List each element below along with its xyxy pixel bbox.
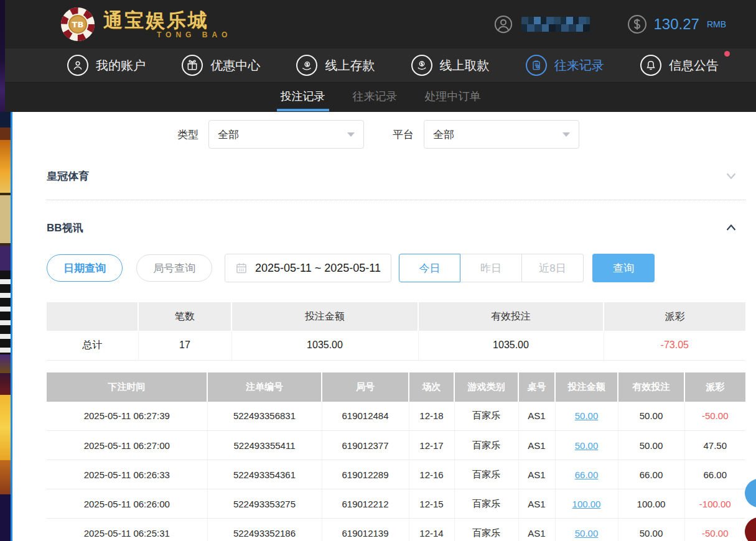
last-8-days-button[interactable]: 近8日 (522, 254, 584, 282)
payout-cell: 66.00 (684, 460, 745, 489)
session-cell: 12-14 (409, 519, 454, 541)
main-content: 类型 全部 平台 全部 皇冠体育 BB视讯 日期查询 局号查询 (12, 120, 756, 541)
bet-time-cell: 2025-05-11 06:26:00 (47, 489, 207, 519)
chevron-up-icon (724, 221, 738, 234)
nav-item-records[interactable]: 往来记录 (526, 55, 604, 76)
username-redacted (521, 17, 590, 32)
bet-time-cell: 2025-05-11 06:25:31 (47, 519, 207, 541)
type-select[interactable]: 全部 (208, 120, 364, 149)
date-query-button[interactable]: 日期查询 (47, 254, 123, 282)
balance-amount: 130.27 (653, 16, 699, 33)
nav-item-promotions[interactable]: 优惠中心 (182, 55, 260, 76)
tab-transaction-records[interactable]: 往来记录 (353, 89, 398, 109)
summary-count: 17 (138, 331, 231, 360)
col-game-type: 游戏类别 (454, 372, 518, 402)
summary-total-row: 总计 17 1035.00 1035.00 -73.05 (47, 331, 745, 360)
user-icon (494, 15, 513, 34)
round-id-cell: 619012377 (322, 431, 409, 460)
nav-label: 线上存款 (325, 57, 375, 74)
query-controls: 日期查询 局号查询 2025-05-11 ~ 2025-05-11 今日 昨日 … (47, 254, 745, 282)
valid-bet-cell: 66.00 (618, 460, 684, 489)
bet-id-cell: 522493356831 (207, 402, 322, 431)
bet-amount-cell: 50.00 (555, 431, 618, 460)
valid-bet-cell: 50.00 (618, 519, 684, 541)
round-id-cell: 619012139 (322, 519, 409, 541)
dollar-coin-icon (627, 14, 647, 34)
section-title: 皇冠体育 (47, 169, 89, 183)
bet-amount-link[interactable]: 66.00 (575, 469, 599, 480)
bet-amount-cell: 50.00 (555, 519, 618, 541)
account-icon (67, 55, 88, 76)
tab-bet-records[interactable]: 投注记录 (281, 89, 325, 109)
round-query-button[interactable]: 局号查询 (136, 254, 212, 282)
nav-item-announcements[interactable]: 信息公告 (640, 55, 719, 76)
date-range-value: 2025-05-11 ~ 2025-05-11 (255, 262, 381, 275)
table-row: 2025-05-11 06:25:31522493352186619012139… (47, 519, 745, 541)
bet-records-table: 下注时间 注单编号 局号 场次 游戏类别 桌号 投注金额 有效投注 派彩 202… (47, 372, 745, 541)
type-filter-label: 类型 (177, 127, 198, 142)
bet-amount-link[interactable]: 50.00 (575, 410, 599, 421)
nav-item-deposit[interactable]: 线上存款 (296, 55, 375, 76)
bet-amount-link[interactable]: 50.00 (575, 528, 599, 539)
summary-header-valid-bet: 有效投注 (418, 302, 604, 331)
round-id-cell: 619012212 (322, 489, 409, 519)
yesterday-button[interactable]: 昨日 (460, 254, 522, 282)
game-type-cell: 百家乐 (454, 460, 518, 489)
balance-area: 130.27 RMB (627, 14, 726, 34)
summary-header-payout: 派彩 (604, 302, 745, 331)
bet-amount-cell: 100.00 (555, 489, 618, 519)
section-bb-video[interactable]: BB视讯 (47, 216, 745, 239)
table-row: 2025-05-11 06:26:33522493354361619012289… (47, 460, 745, 489)
user-area: 130.27 RMB (494, 14, 726, 34)
search-button[interactable]: 查询 (592, 254, 655, 282)
record-tabs: 投注记录 往来记录 处理中订单 (5, 83, 756, 112)
col-valid-bet: 有效投注 (618, 372, 684, 402)
bet-id-cell: 522493354361 (207, 460, 322, 489)
svg-text:TB: TB (72, 20, 84, 29)
summary-table: 笔数 投注金额 有效投注 派彩 总计 17 1035.00 1035.00 -7… (47, 302, 745, 361)
platform-select[interactable]: 全部 (424, 120, 579, 149)
deposit-icon (296, 55, 317, 76)
balance-currency: RMB (707, 19, 726, 29)
nav-label: 信息公告 (669, 57, 719, 74)
brand-subtitle: TONG BAO (157, 31, 231, 39)
session-cell: 12-16 (409, 460, 454, 489)
valid-bet-cell: 50.00 (618, 431, 684, 460)
nav-label: 往来记录 (554, 57, 604, 74)
session-cell: 12-15 (409, 489, 454, 519)
nav-label: 我的账户 (96, 57, 146, 74)
quick-date-group: 今日 昨日 近8日 (399, 254, 584, 282)
bet-amount-link[interactable]: 100.00 (572, 499, 601, 509)
table-row: 2025-05-11 06:27:00522493355411619012377… (47, 431, 745, 460)
filter-row: 类型 全部 平台 全部 (47, 120, 745, 149)
col-bet-id: 注单编号 (207, 372, 322, 402)
summary-header-blank (47, 302, 138, 331)
session-cell: 12-18 (409, 402, 454, 431)
poker-chip-icon: TB (60, 6, 96, 42)
nav-label: 线上取款 (440, 57, 490, 74)
col-round-id: 局号 (322, 372, 409, 402)
bell-icon (640, 55, 661, 76)
section-title: BB视讯 (47, 221, 83, 235)
bet-amount-link[interactable]: 50.00 (575, 440, 599, 451)
type-select-value: 全部 (218, 127, 239, 142)
today-button[interactable]: 今日 (399, 254, 460, 282)
bet-id-cell: 522493352186 (207, 519, 322, 541)
table-row: 2025-05-11 06:27:39522493356831619012484… (47, 402, 745, 431)
nav-item-withdraw[interactable]: 线上取款 (411, 55, 490, 76)
section-crown-sports[interactable]: 皇冠体育 (47, 165, 745, 187)
calendar-icon (235, 262, 248, 274)
nav-item-my-account[interactable]: 我的账户 (67, 55, 146, 76)
bet-table-body: 2025-05-11 06:27:39522493356831619012484… (47, 402, 745, 541)
bet-time-cell: 2025-05-11 06:27:00 (47, 431, 207, 460)
brand-logo[interactable]: TB 通宝娱乐城 TONG BAO (60, 6, 231, 42)
col-payout: 派彩 (684, 372, 745, 402)
table-no-cell: AS1 (518, 431, 555, 460)
bet-time-cell: 2025-05-11 06:27:39 (47, 402, 207, 431)
date-range-input[interactable]: 2025-05-11 ~ 2025-05-11 (225, 254, 391, 282)
table-no-cell: AS1 (518, 489, 555, 519)
nav-label: 优惠中心 (210, 57, 260, 74)
caret-down-icon (562, 132, 570, 137)
chevron-down-icon (724, 169, 738, 183)
tab-pending-orders[interactable]: 处理中订单 (425, 89, 481, 109)
